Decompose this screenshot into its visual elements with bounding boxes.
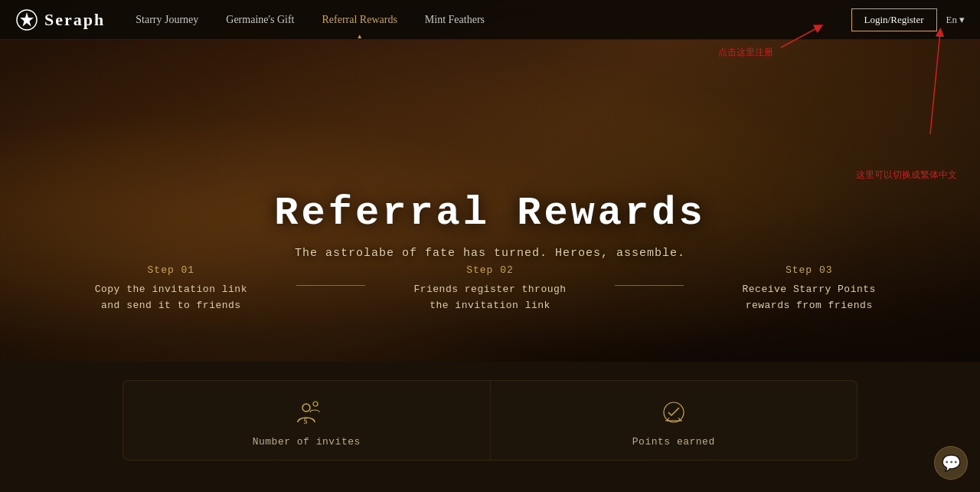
chat-button[interactable]: 💬 <box>934 446 968 480</box>
step-03: Step 03 Receive Starry Pointsrewards fro… <box>699 264 919 314</box>
step-02: Step 02 Friends register throughthe invi… <box>381 264 600 314</box>
language-selector[interactable]: En ▾ <box>946 14 965 26</box>
invites-card: $ Number of invites <box>123 381 491 460</box>
lang-label: En <box>946 14 957 26</box>
step-03-desc: Receive Starry Pointsrewards from friend… <box>699 282 919 314</box>
logo: Seraph <box>15 8 105 31</box>
svg-text:$: $ <box>304 417 308 425</box>
chevron-down-icon: ▾ <box>959 14 965 26</box>
step-01-desc: Copy the invitation linkand send it to f… <box>61 282 281 314</box>
nav-mint-feathers[interactable]: Mint Feathers <box>425 14 485 26</box>
step-02-number: Step 02 <box>381 264 600 276</box>
logo-text: Seraph <box>44 10 105 30</box>
nav-right: Login/Register En ▾ <box>851 8 965 31</box>
points-label: Points earned <box>632 436 715 448</box>
connector-line-2 <box>615 285 684 286</box>
invites-icon: $ <box>290 396 322 428</box>
login-register-button[interactable]: Login/Register <box>851 8 937 31</box>
hero-content: Referral Rewards The astrolabe of fate h… <box>222 191 758 260</box>
points-icon <box>658 396 690 428</box>
nav-links: Starry Journey Germaine's Gift Referral … <box>136 14 851 26</box>
nav-referral-rewards[interactable]: Referral Rewards <box>322 14 397 26</box>
nav-germaines-gift[interactable]: Germaine's Gift <box>226 14 294 26</box>
logo-icon <box>15 8 38 31</box>
connector-2 <box>599 285 699 286</box>
hero-title: Referral Rewards <box>222 191 758 236</box>
navbar: Seraph Starry Journey Germaine's Gift Re… <box>0 0 980 40</box>
hero-subtitle: The astrolabe of fate has turned. Heroes… <box>222 247 758 260</box>
nav-starry-journey[interactable]: Starry Journey <box>136 14 198 26</box>
step-01: Step 01 Copy the invitation linkand send… <box>61 264 281 314</box>
steps-section: Step 01 Copy the invitation linkand send… <box>0 264 980 314</box>
invites-label: Number of invites <box>253 436 361 448</box>
points-card: Points earned <box>491 381 858 460</box>
step-03-number: Step 03 <box>699 264 919 276</box>
chat-icon: 💬 <box>942 454 961 472</box>
svg-point-2 <box>313 402 318 406</box>
bottom-section: $ Number of invites Points earned <box>0 362 980 492</box>
connector-1 <box>281 285 381 286</box>
step-02-desc: Friends register throughthe invitation l… <box>381 282 600 314</box>
connector-line-1 <box>296 285 365 286</box>
svg-point-1 <box>302 404 310 412</box>
bottom-cards-container: $ Number of invites Points earned <box>122 380 858 461</box>
step-01-number: Step 01 <box>61 264 281 276</box>
